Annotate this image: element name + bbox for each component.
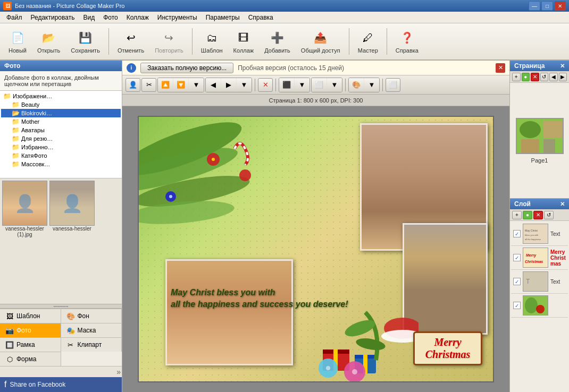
tree-item-blokirovki[interactable]: 📂 Blokirovki… [1, 109, 121, 117]
tab-photo[interactable]: 📷 Фото [0, 323, 61, 337]
tree-item-dlya[interactable]: 📁 Для резю… [1, 134, 121, 143]
align-left-button[interactable]: ⬛ [279, 78, 294, 92]
layer-checkbox-3[interactable]: ✓ [513, 278, 521, 285]
tree-item-images[interactable]: 📁 Изображени… [1, 92, 121, 100]
layer-item-img[interactable]: ✓ [511, 294, 568, 318]
expand-button[interactable]: » [116, 368, 121, 376]
folder-icon: 📁 [12, 152, 20, 159]
zoom-in-button[interactable]: 🔼 [158, 78, 173, 92]
page-panel-close[interactable]: ✕ [560, 63, 565, 70]
info-close-button[interactable]: ✕ [496, 63, 505, 73]
tree-item-avatary[interactable]: 📁 Аватары [1, 126, 121, 134]
zoom-out-button[interactable]: 🔽 [173, 78, 188, 92]
delete-button[interactable]: ✕ [258, 78, 273, 92]
layer-panel-close[interactable]: ✕ [560, 201, 565, 208]
align-group: ⬛ ▼ [279, 78, 310, 92]
photo-person-2 [404, 225, 486, 333]
page-nav-next[interactable]: ▶ [559, 73, 567, 81]
minimize-button[interactable]: — [529, 1, 540, 11]
menu-help[interactable]: Справка [244, 13, 278, 22]
page-refresh-btn[interactable]: ↺ [540, 73, 549, 81]
layer-checkbox-1[interactable]: ✓ [513, 230, 521, 237]
page-thumb-area[interactable]: Page1 [510, 83, 569, 198]
layer-delete-btn[interactable]: ✕ [533, 211, 543, 219]
redo-button[interactable]: ↪ Повторить [150, 27, 188, 56]
photo-tab-icon: 📷 [5, 326, 14, 335]
title-bar: 🖼 Без названия - Picture Collage Maker P… [0, 0, 569, 12]
collage-canvas[interactable]: May Christ bless you with all the happin… [138, 116, 494, 382]
layer-item-text1[interactable]: ✓ May Christ bless you with all the happ… [511, 222, 568, 246]
canvas-sep-1 [255, 79, 255, 91]
tree-item-katya[interactable]: 📁 КатяФото [1, 151, 121, 160]
undo-button[interactable]: ↩ Отменить [113, 27, 148, 56]
photo-frame-mid-right[interactable] [403, 223, 488, 335]
close-button[interactable]: ✕ [554, 1, 566, 11]
person-tool-button[interactable]: 👤 [125, 78, 140, 92]
layer-item-text2[interactable]: ✓ T Text [511, 270, 568, 294]
menu-params[interactable]: Параметры [202, 13, 244, 22]
position-dropdown[interactable]: ▼ [327, 78, 342, 92]
order-full-version-button[interactable]: Заказать полную версию... [140, 63, 233, 73]
tab-shape[interactable]: ⬡ Форма [0, 352, 61, 366]
file-tree[interactable]: 📁 Изображени… 📁 Beauty 📂 Blokirovki… 📁 M… [0, 91, 122, 178]
collage-button[interactable]: 🎞 Коллаж [229, 27, 258, 56]
menu-edit[interactable]: Редактировать [27, 13, 79, 22]
layer-refresh-btn[interactable]: ↺ [544, 211, 554, 219]
canvas-sep-4 [382, 79, 383, 91]
menu-collage[interactable]: Коллаж [122, 13, 153, 22]
layer-name-1: Text [550, 231, 560, 237]
layer-list[interactable]: ✓ May Christ bless you with all the happ… [510, 221, 569, 392]
layer-checkbox-4[interactable]: ✓ [513, 302, 521, 309]
thumb-vanessa-1[interactable]: 👤 vanessa-hessler (1).jpg [2, 181, 47, 237]
photo-thumbnails[interactable]: 👤 vanessa-hessler (1).jpg 👤 vanessa-hess… [0, 178, 122, 304]
menu-tools[interactable]: Инструменты [153, 13, 202, 22]
layer-add-btn[interactable]: + [512, 211, 522, 219]
filter-button[interactable]: 🎨 [349, 78, 364, 92]
photo-frame-bottom-left[interactable] [165, 259, 293, 365]
page-thumbnail[interactable] [516, 118, 564, 154]
tree-item-izbrannoe[interactable]: 📁 Избранно… [1, 143, 121, 151]
resize-handle[interactable]: •••••••••• [0, 304, 122, 308]
crop-tool-button[interactable]: ✂ [141, 78, 156, 92]
layer-item-merry[interactable]: ✓ Merry Christmas Merry Christmas [511, 246, 568, 270]
tree-item-mother[interactable]: 📁 Mother [1, 117, 121, 126]
tree-item-massovka[interactable]: 📁 Массовк… [1, 160, 121, 168]
layer-checkbox-2[interactable]: ✓ [513, 254, 521, 261]
page-green-btn[interactable]: ● [522, 73, 530, 81]
layer-green-btn[interactable]: ● [523, 211, 532, 219]
page-add-button[interactable]: + [512, 73, 521, 81]
menu-file[interactable]: Файл [2, 13, 27, 22]
tab-mask[interactable]: 🎭 Маска [61, 323, 122, 337]
tab-template[interactable]: 🖼 Шаблон [0, 309, 61, 323]
filter-group: 🎨 ▼ [348, 78, 380, 92]
arrow-left-button[interactable]: ◀ [206, 78, 221, 92]
filter-dropdown[interactable]: ▼ [364, 78, 379, 92]
save-button[interactable]: 💾 Сохранить [66, 27, 104, 56]
align-dropdown[interactable]: ▼ [295, 78, 309, 92]
open-button[interactable]: 📂 Открыть [33, 27, 64, 56]
canvas-area[interactable]: May Christ bless you with all the happin… [122, 106, 509, 392]
tab-background[interactable]: 🎨 Фон [61, 309, 122, 323]
menu-photo[interactable]: Фото [99, 13, 122, 22]
menu-view[interactable]: Вид [79, 13, 99, 22]
thumb-vanessa-2[interactable]: 👤 vanessa-hessler [49, 181, 95, 237]
master-button[interactable]: 🖊 Мастер [354, 27, 382, 56]
tab-clipart[interactable]: ✂ Клипарт [61, 337, 122, 352]
arrow-right-button[interactable]: ▶ [221, 78, 236, 92]
template-button[interactable]: 🗂 Шаблон [197, 27, 227, 56]
page-nav-prev[interactable]: ◀ [549, 73, 558, 81]
share-button[interactable]: 📤 Общий доступ [297, 27, 345, 56]
layer-panel-toolbar: + ● ✕ ↺ [510, 209, 569, 221]
tab-frame[interactable]: 🔲 Рамка [0, 337, 61, 352]
page-delete-btn[interactable]: ✕ [531, 73, 539, 81]
arrow-dropdown[interactable]: ▼ [237, 78, 252, 92]
help-button[interactable]: ❓ Справка [391, 27, 423, 56]
more-button[interactable]: ⬜ [386, 78, 400, 92]
new-button[interactable]: 📄 Новый [4, 27, 31, 56]
add-button[interactable]: ➕ Добавить [260, 27, 295, 56]
position-button[interactable]: ⬜ [312, 78, 327, 92]
facebook-bar[interactable]: f Share on Facebook [0, 377, 122, 392]
zoom-dropdown[interactable]: ▼ [189, 78, 204, 92]
tree-item-beauty[interactable]: 📁 Beauty [1, 100, 121, 109]
maximize-button[interactable]: □ [541, 1, 553, 11]
